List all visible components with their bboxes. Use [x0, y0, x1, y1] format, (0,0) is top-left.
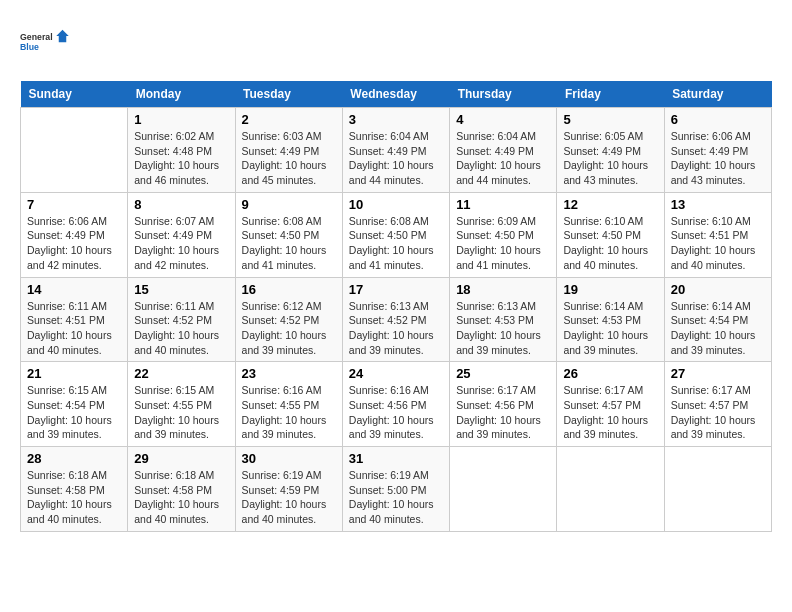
page-header: General Blue [20, 20, 772, 65]
day-cell: 18 Sunrise: 6:13 AMSunset: 4:53 PMDaylig… [450, 277, 557, 362]
col-header-sunday: Sunday [21, 81, 128, 108]
logo: General Blue [20, 20, 70, 65]
day-info: Sunrise: 6:02 AMSunset: 4:48 PMDaylight:… [134, 129, 228, 188]
day-cell: 2 Sunrise: 6:03 AMSunset: 4:49 PMDayligh… [235, 108, 342, 193]
day-cell: 8 Sunrise: 6:07 AMSunset: 4:49 PMDayligh… [128, 192, 235, 277]
day-number: 7 [27, 197, 121, 212]
week-row-0: 1 Sunrise: 6:02 AMSunset: 4:48 PMDayligh… [21, 108, 772, 193]
day-cell: 11 Sunrise: 6:09 AMSunset: 4:50 PMDaylig… [450, 192, 557, 277]
day-cell: 30 Sunrise: 6:19 AMSunset: 4:59 PMDaylig… [235, 447, 342, 532]
day-number: 26 [563, 366, 657, 381]
day-cell: 24 Sunrise: 6:16 AMSunset: 4:56 PMDaylig… [342, 362, 449, 447]
col-header-friday: Friday [557, 81, 664, 108]
day-number: 20 [671, 282, 765, 297]
day-number: 6 [671, 112, 765, 127]
day-info: Sunrise: 6:11 AMSunset: 4:51 PMDaylight:… [27, 299, 121, 358]
day-cell: 23 Sunrise: 6:16 AMSunset: 4:55 PMDaylig… [235, 362, 342, 447]
day-cell: 10 Sunrise: 6:08 AMSunset: 4:50 PMDaylig… [342, 192, 449, 277]
logo-svg: General Blue [20, 20, 70, 65]
day-number: 22 [134, 366, 228, 381]
day-info: Sunrise: 6:18 AMSunset: 4:58 PMDaylight:… [27, 468, 121, 527]
day-cell: 12 Sunrise: 6:10 AMSunset: 4:50 PMDaylig… [557, 192, 664, 277]
day-info: Sunrise: 6:15 AMSunset: 4:54 PMDaylight:… [27, 383, 121, 442]
day-number: 27 [671, 366, 765, 381]
col-header-monday: Monday [128, 81, 235, 108]
day-cell: 15 Sunrise: 6:11 AMSunset: 4:52 PMDaylig… [128, 277, 235, 362]
day-number: 21 [27, 366, 121, 381]
day-number: 29 [134, 451, 228, 466]
day-number: 4 [456, 112, 550, 127]
day-info: Sunrise: 6:17 AMSunset: 4:57 PMDaylight:… [671, 383, 765, 442]
day-info: Sunrise: 6:04 AMSunset: 4:49 PMDaylight:… [456, 129, 550, 188]
day-cell: 22 Sunrise: 6:15 AMSunset: 4:55 PMDaylig… [128, 362, 235, 447]
day-number: 12 [563, 197, 657, 212]
day-cell: 4 Sunrise: 6:04 AMSunset: 4:49 PMDayligh… [450, 108, 557, 193]
day-info: Sunrise: 6:10 AMSunset: 4:51 PMDaylight:… [671, 214, 765, 273]
svg-marker-2 [56, 30, 69, 43]
day-cell: 6 Sunrise: 6:06 AMSunset: 4:49 PMDayligh… [664, 108, 771, 193]
day-cell: 5 Sunrise: 6:05 AMSunset: 4:49 PMDayligh… [557, 108, 664, 193]
day-number: 14 [27, 282, 121, 297]
day-number: 28 [27, 451, 121, 466]
day-cell: 21 Sunrise: 6:15 AMSunset: 4:54 PMDaylig… [21, 362, 128, 447]
day-info: Sunrise: 6:16 AMSunset: 4:56 PMDaylight:… [349, 383, 443, 442]
day-cell [664, 447, 771, 532]
calendar-table: SundayMondayTuesdayWednesdayThursdayFrid… [20, 81, 772, 532]
day-cell: 3 Sunrise: 6:04 AMSunset: 4:49 PMDayligh… [342, 108, 449, 193]
day-info: Sunrise: 6:14 AMSunset: 4:54 PMDaylight:… [671, 299, 765, 358]
day-number: 15 [134, 282, 228, 297]
day-number: 17 [349, 282, 443, 297]
col-header-thursday: Thursday [450, 81, 557, 108]
day-info: Sunrise: 6:05 AMSunset: 4:49 PMDaylight:… [563, 129, 657, 188]
day-cell [21, 108, 128, 193]
day-number: 16 [242, 282, 336, 297]
day-number: 18 [456, 282, 550, 297]
day-cell: 14 Sunrise: 6:11 AMSunset: 4:51 PMDaylig… [21, 277, 128, 362]
week-row-4: 28 Sunrise: 6:18 AMSunset: 4:58 PMDaylig… [21, 447, 772, 532]
day-number: 10 [349, 197, 443, 212]
day-info: Sunrise: 6:16 AMSunset: 4:55 PMDaylight:… [242, 383, 336, 442]
day-number: 13 [671, 197, 765, 212]
day-number: 5 [563, 112, 657, 127]
day-info: Sunrise: 6:09 AMSunset: 4:50 PMDaylight:… [456, 214, 550, 273]
day-cell: 1 Sunrise: 6:02 AMSunset: 4:48 PMDayligh… [128, 108, 235, 193]
day-info: Sunrise: 6:06 AMSunset: 4:49 PMDaylight:… [27, 214, 121, 273]
col-header-tuesday: Tuesday [235, 81, 342, 108]
day-cell: 7 Sunrise: 6:06 AMSunset: 4:49 PMDayligh… [21, 192, 128, 277]
svg-text:General: General [20, 32, 53, 42]
day-info: Sunrise: 6:07 AMSunset: 4:49 PMDaylight:… [134, 214, 228, 273]
day-number: 31 [349, 451, 443, 466]
day-cell: 13 Sunrise: 6:10 AMSunset: 4:51 PMDaylig… [664, 192, 771, 277]
day-number: 24 [349, 366, 443, 381]
day-number: 8 [134, 197, 228, 212]
day-info: Sunrise: 6:11 AMSunset: 4:52 PMDaylight:… [134, 299, 228, 358]
week-row-3: 21 Sunrise: 6:15 AMSunset: 4:54 PMDaylig… [21, 362, 772, 447]
day-number: 19 [563, 282, 657, 297]
day-cell: 19 Sunrise: 6:14 AMSunset: 4:53 PMDaylig… [557, 277, 664, 362]
day-info: Sunrise: 6:06 AMSunset: 4:49 PMDaylight:… [671, 129, 765, 188]
week-row-1: 7 Sunrise: 6:06 AMSunset: 4:49 PMDayligh… [21, 192, 772, 277]
day-info: Sunrise: 6:04 AMSunset: 4:49 PMDaylight:… [349, 129, 443, 188]
day-cell [450, 447, 557, 532]
day-info: Sunrise: 6:03 AMSunset: 4:49 PMDaylight:… [242, 129, 336, 188]
week-row-2: 14 Sunrise: 6:11 AMSunset: 4:51 PMDaylig… [21, 277, 772, 362]
day-cell: 25 Sunrise: 6:17 AMSunset: 4:56 PMDaylig… [450, 362, 557, 447]
col-header-wednesday: Wednesday [342, 81, 449, 108]
col-header-saturday: Saturday [664, 81, 771, 108]
day-cell: 20 Sunrise: 6:14 AMSunset: 4:54 PMDaylig… [664, 277, 771, 362]
day-number: 30 [242, 451, 336, 466]
day-number: 11 [456, 197, 550, 212]
day-info: Sunrise: 6:19 AMSunset: 4:59 PMDaylight:… [242, 468, 336, 527]
day-info: Sunrise: 6:08 AMSunset: 4:50 PMDaylight:… [349, 214, 443, 273]
day-cell: 28 Sunrise: 6:18 AMSunset: 4:58 PMDaylig… [21, 447, 128, 532]
day-number: 9 [242, 197, 336, 212]
day-info: Sunrise: 6:15 AMSunset: 4:55 PMDaylight:… [134, 383, 228, 442]
day-number: 1 [134, 112, 228, 127]
day-cell: 9 Sunrise: 6:08 AMSunset: 4:50 PMDayligh… [235, 192, 342, 277]
day-info: Sunrise: 6:12 AMSunset: 4:52 PMDaylight:… [242, 299, 336, 358]
day-cell: 31 Sunrise: 6:19 AMSunset: 5:00 PMDaylig… [342, 447, 449, 532]
day-cell: 26 Sunrise: 6:17 AMSunset: 4:57 PMDaylig… [557, 362, 664, 447]
day-info: Sunrise: 6:19 AMSunset: 5:00 PMDaylight:… [349, 468, 443, 527]
day-cell: 27 Sunrise: 6:17 AMSunset: 4:57 PMDaylig… [664, 362, 771, 447]
day-info: Sunrise: 6:13 AMSunset: 4:53 PMDaylight:… [456, 299, 550, 358]
